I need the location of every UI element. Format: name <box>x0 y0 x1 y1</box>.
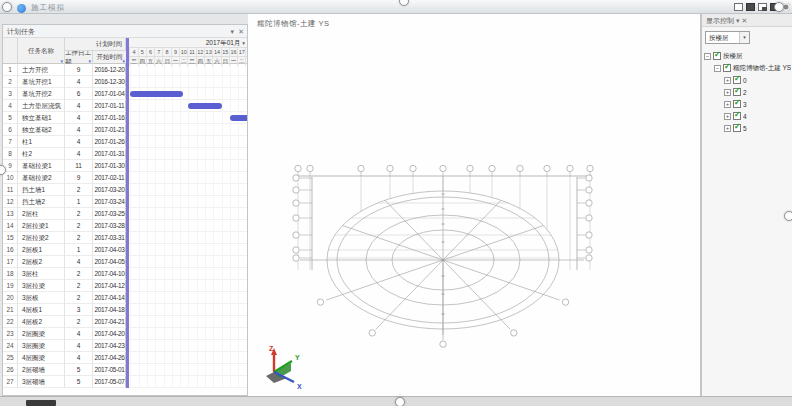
task-row[interactable]: 4土方垫层浇筑42017-01-11 <box>3 100 126 112</box>
panel-menu-icon[interactable]: ▾ <box>231 28 235 36</box>
task-row[interactable]: 254层圈梁42017-04-26 <box>3 352 126 364</box>
gantt-row <box>126 292 247 304</box>
duration-header[interactable]: 工作日工期 ▾ <box>65 51 93 64</box>
expand-icon[interactable]: + <box>724 89 731 96</box>
task-row-number: 18 <box>3 268 18 280</box>
expand-icon[interactable]: + <box>724 125 731 132</box>
task-row[interactable]: 262层砌墙52017-05-01 <box>3 364 126 376</box>
collapse-icon[interactable]: − <box>714 65 721 72</box>
tree-item-5[interactable]: +✓5 <box>704 122 791 134</box>
capture-handle[interactable] <box>784 211 792 221</box>
check-icon: ✓ <box>734 123 741 131</box>
task-row[interactable]: 224层板222017-04-21 <box>3 316 126 328</box>
task-name-header[interactable]: 任务名称 ▾ <box>18 38 65 64</box>
task-row[interactable]: 162层板112017-04-03 <box>3 244 126 256</box>
gantt-row <box>126 184 247 196</box>
task-row[interactable]: 8柱242017-01-31 <box>3 148 126 160</box>
task-duration-cell: 4 <box>65 352 93 364</box>
gantt-row <box>126 148 247 160</box>
capture-handle[interactable] <box>774 2 784 12</box>
task-row[interactable]: 9基础拉梁1112017-01-30 <box>3 160 126 172</box>
task-start-cell: 2017-03-31 <box>93 232 126 244</box>
task-row[interactable]: 6独立基础242017-01-21 <box>3 124 126 136</box>
floor-checkbox[interactable]: ✓ <box>723 64 731 72</box>
task-row[interactable]: 3基坑开挖262017-01-04 <box>3 88 126 100</box>
gantt-row <box>126 328 247 340</box>
task-name-cell: 4层圈梁 <box>18 352 65 364</box>
task-row[interactable]: 5独立基础142017-01-16 <box>3 112 126 124</box>
expand-icon[interactable]: + <box>724 113 731 120</box>
chevron-down-icon[interactable]: ▾ <box>739 32 749 43</box>
task-row[interactable]: 203层板22017-04-14 <box>3 292 126 304</box>
task-row[interactable]: 11挡土墙122017-03-20 <box>3 184 126 196</box>
task-name-cell: 2层柱 <box>18 208 65 220</box>
capture-handle[interactable] <box>395 397 405 406</box>
task-duration-cell: 3 <box>65 304 93 316</box>
capture-handle[interactable] <box>2 2 12 12</box>
floor-checkbox[interactable]: ✓ <box>733 88 741 96</box>
task-row[interactable]: 132层柱22017-03-25 <box>3 208 126 220</box>
panel-menu-icon[interactable]: ▾ <box>736 17 740 24</box>
task-row[interactable]: 12挡土墙212017-03-24 <box>3 196 126 208</box>
task-name-cell: 3层砌墙 <box>18 376 65 388</box>
group-by-dropdown[interactable]: 按楼层 ▾ <box>705 31 750 44</box>
tree-item-按楼层[interactable]: −✓按楼层 <box>704 50 791 62</box>
task-duration-cell: 9 <box>65 172 93 184</box>
start-date-header[interactable]: 开始时间 ▾ <box>93 51 126 64</box>
task-row[interactable]: 232层圈梁42017-04-20 <box>3 328 126 340</box>
expand-icon[interactable]: + <box>724 77 731 84</box>
task-row[interactable]: 273层砌墙52017-05-07 <box>3 376 126 388</box>
collapse-icon[interactable]: − <box>704 53 711 60</box>
task-row[interactable]: 152层拉梁222017-03-31 <box>3 232 126 244</box>
task-row[interactable]: 193层拉梁22017-04-12 <box>3 280 126 292</box>
floor-checkbox[interactable]: ✓ <box>713 52 721 60</box>
expand-icon[interactable]: + <box>724 101 731 108</box>
task-row[interactable]: 7柱142017-01-26 <box>3 136 126 148</box>
schedule-panel: 计划任务 ▾ ✕ 任务名称 ▾ 计划时间 工作日工期 ▾ <box>2 24 248 396</box>
save-view-icon[interactable] <box>746 3 755 11</box>
task-start-cell: 2017-01-11 <box>93 100 126 112</box>
tree-item-2[interactable]: +✓2 <box>704 86 791 98</box>
task-row[interactable]: 2基坑开挖142016-12-30 <box>3 76 126 88</box>
tree-item-3[interactable]: +✓3 <box>704 98 791 110</box>
tree-item-0[interactable]: +✓0 <box>704 74 791 86</box>
gantt-gridline <box>172 64 173 388</box>
model-viewport[interactable]: 糯陀博物馆-土建 YS ZYX <box>248 14 701 396</box>
task-start-cell: 2017-04-23 <box>93 340 126 352</box>
task-row[interactable]: 172层板242017-04-05 <box>3 256 126 268</box>
gantt-area: 2017年01月 ▾ 34567891011121314151617 二三四五六… <box>126 38 247 388</box>
tree-item-label: 3 <box>743 101 747 108</box>
task-duration-cell: 2 <box>65 316 93 328</box>
task-duration-cell: 4 <box>65 328 93 340</box>
gantt-row <box>126 256 247 268</box>
panel-close-icon[interactable]: ✕ <box>741 17 747 24</box>
gantt-body <box>126 64 247 388</box>
task-row[interactable]: 10基础拉梁292017-02-11 <box>3 172 126 184</box>
tree-item-4[interactable]: +✓4 <box>704 110 791 122</box>
gantt-bar[interactable] <box>130 91 182 97</box>
taskbar-button[interactable] <box>26 400 56 406</box>
floor-checkbox[interactable]: ✓ <box>733 124 741 132</box>
panel-close-icon[interactable]: ✕ <box>238 28 244 36</box>
new-view-icon[interactable] <box>734 3 743 11</box>
gantt-bar[interactable] <box>188 103 221 109</box>
gantt-row <box>126 100 247 112</box>
task-start-cell: 2016-12-30 <box>93 76 126 88</box>
task-row[interactable]: 183层柱22017-04-10 <box>3 268 126 280</box>
gantt-row <box>126 124 247 136</box>
cascade-view-icon[interactable] <box>758 3 767 11</box>
task-row[interactable]: 214层板132017-04-18 <box>3 304 126 316</box>
task-row[interactable]: 142层拉梁122017-03-28 <box>3 220 126 232</box>
floor-checkbox[interactable]: ✓ <box>733 76 741 84</box>
task-row[interactable]: 1土方开挖92016-12-20 <box>3 64 126 76</box>
gantt-row <box>126 172 247 184</box>
gantt-gridline <box>147 64 148 388</box>
task-row[interactable]: 243层圈梁42017-04-23 <box>3 340 126 352</box>
floor-checkbox[interactable]: ✓ <box>733 100 741 108</box>
gantt-bar[interactable] <box>230 115 247 121</box>
floor-checkbox[interactable]: ✓ <box>733 112 741 120</box>
task-start-cell: 2017-05-01 <box>93 364 126 376</box>
tree-item-糯陀博物馆-土建 YS[interactable]: −✓糯陀博物馆-土建 YS <box>704 62 791 74</box>
tree-item-label: 4 <box>743 113 747 120</box>
check-icon: ✓ <box>734 111 741 119</box>
